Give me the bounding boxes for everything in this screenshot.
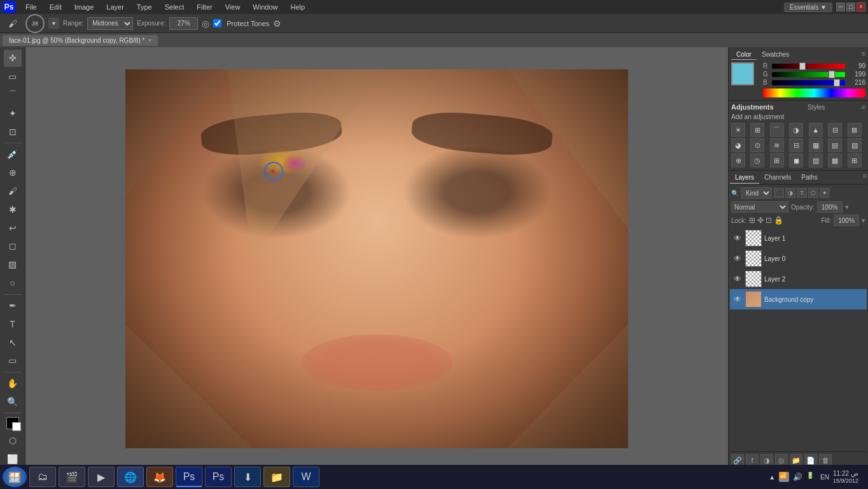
taskbar-up-arrow[interactable]: ▲ bbox=[769, 474, 775, 481]
taskbar-chrome[interactable]: 🌐 bbox=[117, 467, 144, 487]
selective-adj-icon[interactable]: ⊕ bbox=[731, 153, 745, 167]
stamp-tool[interactable]: ✱ bbox=[4, 201, 22, 218]
move-tool[interactable]: ✜ bbox=[4, 50, 22, 67]
layers-panel-menu[interactable]: ≡ bbox=[863, 172, 867, 184]
more-adj-icon[interactable]: ⊞ bbox=[848, 153, 862, 167]
channels-tab[interactable]: Channels bbox=[759, 172, 796, 184]
lock-pixels-icon[interactable]: ⊞ bbox=[749, 216, 755, 225]
quick-mask-tool[interactable]: ⬡ bbox=[4, 432, 22, 449]
taskbar-speaker-icon[interactable]: 🔊 bbox=[793, 472, 802, 481]
layer-item-bg-copy[interactable]: 👁 Background copy bbox=[730, 289, 867, 309]
tab-close-button[interactable]: × bbox=[148, 37, 151, 44]
opacity-more[interactable]: ▾ bbox=[845, 203, 849, 211]
curves-adj-icon[interactable]: ⌒ bbox=[770, 123, 784, 137]
exposure-adj-icon[interactable]: ◑ bbox=[789, 123, 803, 137]
color-spectrum[interactable] bbox=[763, 89, 865, 97]
channelmix-adj-icon[interactable]: ≋ bbox=[770, 138, 784, 152]
canvas[interactable] bbox=[125, 69, 628, 448]
pixel-filter-icon[interactable]: ⬛ bbox=[774, 188, 784, 198]
exposure-input[interactable] bbox=[169, 17, 198, 30]
r-slider-track[interactable] bbox=[772, 64, 845, 69]
colorbalance-adj-icon[interactable]: ⊠ bbox=[848, 123, 862, 137]
brush-tool-icon[interactable]: 🖌 bbox=[4, 15, 22, 32]
menu-edit[interactable]: Edit bbox=[47, 2, 64, 12]
document-tab[interactable]: face-01.jpg @ 50% (Background copy, RGB/… bbox=[3, 35, 158, 46]
layer-item-0[interactable]: 👁 Layer 0 bbox=[730, 248, 867, 269]
pen-tool[interactable]: ✒ bbox=[4, 297, 22, 314]
color-preview-swatch[interactable] bbox=[731, 62, 754, 85]
type-filter-icon[interactable]: T bbox=[797, 188, 807, 198]
patternfill-adj-icon[interactable]: ▩ bbox=[828, 153, 842, 167]
levels-adj-icon[interactable]: ⊞ bbox=[750, 123, 764, 137]
eraser-tool[interactable]: ◻ bbox=[4, 237, 22, 255]
taskbar-play[interactable]: ▶ bbox=[88, 467, 115, 487]
adj-filter-icon[interactable]: ◑ bbox=[785, 188, 795, 198]
brush-preset[interactable]: 38 bbox=[25, 14, 45, 33]
g-slider-track[interactable] bbox=[772, 72, 845, 77]
taskbar-battery-icon[interactable]: 🔋 bbox=[806, 472, 816, 482]
filter-kind-select[interactable]: Kind bbox=[741, 187, 772, 199]
brush-tool[interactable]: 🖌 bbox=[4, 183, 22, 200]
quick-select-tool[interactable]: ✦ bbox=[4, 104, 22, 122]
shape-filter-icon[interactable]: ⬡ bbox=[808, 188, 818, 198]
path-select-tool[interactable]: ↖ bbox=[4, 334, 22, 351]
lasso-tool[interactable]: ⌒ bbox=[4, 87, 22, 104]
pattern-adj-icon[interactable]: ⊞ bbox=[770, 153, 784, 167]
r-slider-thumb[interactable] bbox=[799, 62, 806, 70]
styles-title[interactable]: Styles bbox=[808, 104, 825, 111]
lock-position-icon[interactable]: ✜ bbox=[757, 216, 764, 225]
menu-file[interactable]: File bbox=[23, 2, 39, 12]
taskbar-files[interactable]: 📁 bbox=[263, 467, 290, 487]
layers-tab[interactable]: Layers bbox=[730, 172, 759, 184]
menu-window[interactable]: Window bbox=[250, 2, 280, 12]
dodge-tool[interactable]: ○ bbox=[4, 274, 22, 292]
adj-panel-menu[interactable]: ≡ bbox=[862, 103, 865, 111]
start-button[interactable]: 🪟 bbox=[3, 467, 27, 487]
maximize-button[interactable]: □ bbox=[846, 3, 855, 11]
zoom-tool[interactable]: 🔍 bbox=[4, 393, 22, 410]
vibrance-adj-icon[interactable]: ▲ bbox=[809, 123, 823, 137]
swatches-tab[interactable]: Swatches bbox=[757, 50, 794, 60]
color-panel-menu[interactable]: ≡ bbox=[862, 50, 865, 60]
type-tool[interactable]: T bbox=[4, 315, 22, 332]
menu-filter[interactable]: Filter bbox=[194, 2, 214, 12]
hsl-adj-icon[interactable]: ⊟ bbox=[828, 123, 842, 137]
protect-tones-checkbox[interactable] bbox=[213, 19, 221, 27]
blend-mode-select[interactable]: Normal Multiply Screen Overlay bbox=[731, 201, 788, 213]
gradient-tool[interactable]: ▨ bbox=[4, 256, 22, 273]
smart-filter-icon[interactable]: ✦ bbox=[820, 188, 830, 198]
range-select[interactable]: Shadows Midtones Highlights bbox=[87, 17, 133, 30]
menu-image[interactable]: Image bbox=[72, 2, 97, 12]
auto-select-icon[interactable]: ⚙ bbox=[273, 18, 281, 29]
gradmap-adj-icon[interactable]: ▧ bbox=[848, 138, 862, 152]
eyedropper-tool[interactable]: 💉 bbox=[4, 146, 22, 163]
menu-help[interactable]: Help bbox=[288, 2, 307, 12]
workspace-selector[interactable]: Essentials ▼ bbox=[784, 3, 832, 12]
layer-0-visibility[interactable]: 👁 bbox=[732, 253, 743, 264]
airbrush-icon[interactable]: ◎ bbox=[202, 18, 209, 29]
taskbar-firefox[interactable]: 🦊 bbox=[146, 467, 173, 487]
menu-view[interactable]: View bbox=[223, 2, 243, 12]
taskbar-explorer[interactable]: 🗂 bbox=[29, 467, 56, 487]
solidcolor-adj-icon[interactable]: ◼ bbox=[789, 153, 803, 167]
threshold-adj-icon[interactable]: ▤ bbox=[828, 138, 842, 152]
show-desktop-btn[interactable] bbox=[862, 467, 865, 487]
photfilter-adj-icon[interactable]: ⊙ bbox=[750, 138, 764, 152]
minimize-button[interactable]: ─ bbox=[836, 3, 845, 11]
menu-type[interactable]: Type bbox=[134, 2, 155, 12]
taskbar-media[interactable]: 🎬 bbox=[59, 467, 85, 487]
shape-tool[interactable]: ▭ bbox=[4, 352, 22, 369]
b-slider-track[interactable] bbox=[772, 80, 845, 85]
marquee-tool[interactable]: ▭ bbox=[4, 68, 22, 85]
g-slider-thumb[interactable] bbox=[829, 71, 835, 78]
layer-1-visibility[interactable]: 👁 bbox=[732, 233, 743, 243]
hand-tool[interactable]: ✋ bbox=[4, 375, 22, 392]
opacity-input[interactable] bbox=[817, 201, 843, 213]
menu-select[interactable]: Select bbox=[162, 2, 187, 12]
b-slider-thumb[interactable] bbox=[834, 79, 840, 87]
history-brush-tool[interactable]: ↩ bbox=[4, 219, 22, 236]
menu-layer[interactable]: Layer bbox=[104, 2, 127, 12]
fill-more[interactable]: ▾ bbox=[862, 216, 865, 225]
lock-artboard-icon[interactable]: ⊡ bbox=[766, 216, 772, 225]
layer-item-2[interactable]: 👁 Layer 2 bbox=[730, 269, 867, 289]
